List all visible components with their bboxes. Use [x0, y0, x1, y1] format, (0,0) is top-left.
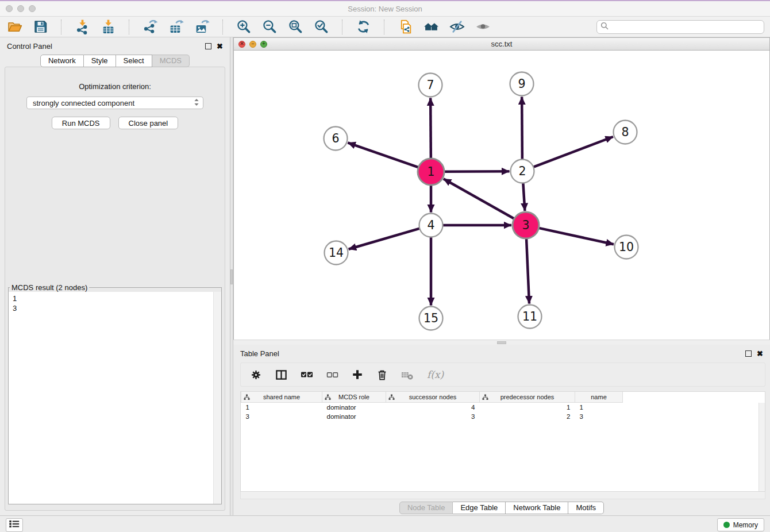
table-cell[interactable]: 1: [241, 403, 322, 413]
zoom-in-button[interactable]: [235, 18, 253, 36]
graph-edge-3-1[interactable]: [444, 179, 515, 219]
column-header-shared-name[interactable]: shared name: [241, 392, 322, 403]
table-cell[interactable]: 3: [241, 412, 322, 421]
tab-network[interactable]: Network: [40, 55, 84, 67]
add-column-button[interactable]: [352, 369, 363, 380]
column-header-successor-nodes[interactable]: successor nodes: [386, 392, 480, 403]
graph-node-11[interactable]: 11: [518, 305, 542, 329]
memory-button[interactable]: Memory: [717, 518, 764, 531]
save-session-button[interactable]: [32, 18, 49, 36]
minimize-window-button[interactable]: [17, 5, 24, 12]
column-header-filler: [623, 392, 765, 403]
graph-node-10[interactable]: 10: [615, 236, 638, 259]
column-header-mcds-role[interactable]: MCDS role: [322, 392, 386, 403]
zoom-fit-button[interactable]: [287, 18, 305, 36]
zoom-selected-button[interactable]: [313, 18, 330, 36]
graph-edge-1-7[interactable]: [430, 98, 431, 159]
graph-node-14[interactable]: 14: [325, 241, 348, 265]
graph-edge-2-8[interactable]: [533, 137, 613, 167]
table-cell[interactable]: 3: [575, 412, 623, 421]
close-table-panel-button[interactable]: ✖: [757, 350, 763, 357]
mcds-app-button[interactable]: [396, 18, 414, 36]
clear-all-checkboxes-button[interactable]: [326, 370, 338, 380]
export-image-button[interactable]: [193, 18, 211, 36]
home-button[interactable]: [422, 18, 440, 36]
table-row[interactable]: 3dominator323: [241, 412, 765, 421]
table-cell[interactable]: 3: [386, 412, 480, 421]
table-cell[interactable]: dominator: [322, 403, 386, 413]
float-table-panel-button[interactable]: [745, 350, 752, 357]
table-horizontal-scrollbar[interactable]: [240, 492, 765, 499]
graph-edge-4-14[interactable]: [349, 228, 421, 249]
graph-edge-2-3[interactable]: [523, 182, 525, 211]
graph-node-8[interactable]: 8: [614, 121, 637, 144]
select-all-checkboxes-button[interactable]: [301, 369, 313, 380]
splitter-grip[interactable]: [230, 269, 233, 284]
network-canvas[interactable]: 7968124314101511: [233, 51, 770, 340]
graph-node-9[interactable]: 9: [510, 72, 534, 96]
table-tab-network-table[interactable]: Network Table: [506, 502, 568, 514]
maximize-window-button[interactable]: [29, 5, 36, 12]
settings-gear-button[interactable]: [250, 369, 262, 381]
table-scrollbar[interactable]: [759, 403, 765, 491]
search-input[interactable]: [609, 21, 764, 33]
split-view-button[interactable]: [275, 369, 287, 381]
table-cell[interactable]: 2: [480, 412, 575, 421]
zoom-out-button[interactable]: [261, 18, 279, 36]
table-cell[interactable]: 4: [386, 403, 480, 413]
result-scrollbar[interactable]: [213, 292, 221, 504]
import-table-button[interactable]: [99, 18, 117, 36]
column-header-name[interactable]: name: [575, 392, 623, 403]
horizontal-splitter[interactable]: [233, 340, 770, 345]
close-panel-button[interactable]: ✖: [217, 43, 223, 50]
import-network-button[interactable]: [74, 18, 91, 36]
search-box[interactable]: [596, 20, 764, 34]
splitter-grip[interactable]: [497, 341, 506, 344]
float-panel-button[interactable]: [205, 43, 211, 49]
table-cell[interactable]: 1: [575, 403, 623, 413]
delete-selected-button[interactable]: [376, 369, 388, 381]
maximize-network-button[interactable]: +: [260, 41, 267, 48]
graph-node-1[interactable]: 1: [418, 159, 444, 185]
close-window-button[interactable]: [6, 5, 13, 12]
table-tab-edge-table[interactable]: Edge Table: [453, 502, 506, 514]
graph-node-7[interactable]: 7: [419, 74, 442, 97]
optimization-criterion-select[interactable]: strongly connected component: [26, 97, 203, 109]
graph-node-15[interactable]: 15: [419, 307, 443, 330]
graph-node-2[interactable]: 2: [511, 160, 534, 183]
column-label: name: [591, 394, 607, 400]
show-all-button[interactable]: [474, 18, 492, 36]
table-cell[interactable]: dominator: [322, 412, 386, 421]
export-table-button[interactable]: [167, 18, 185, 36]
refresh-button[interactable]: [355, 18, 372, 36]
task-history-button[interactable]: [6, 518, 23, 532]
table-tab-node-table[interactable]: Node Table: [399, 502, 453, 514]
graph-edge-1-6[interactable]: [348, 142, 419, 167]
optimization-criterion-label: Optimization criterion:: [5, 82, 225, 91]
minimize-network-button[interactable]: −: [249, 41, 256, 48]
tab-select[interactable]: Select: [116, 55, 152, 67]
mcds-result-list[interactable]: 13: [9, 292, 221, 504]
tab-mcds[interactable]: MCDS: [152, 55, 190, 67]
column-header-predecessor-nodes[interactable]: predecessor nodes: [480, 392, 575, 403]
export-network-button[interactable]: [141, 18, 159, 36]
network-graph[interactable]: 7968124314101511: [234, 51, 769, 340]
run-mcds-button[interactable]: Run MCDS: [52, 117, 110, 129]
graph-node-3[interactable]: 3: [513, 212, 539, 238]
table-tab-motifs[interactable]: Motifs: [568, 502, 604, 514]
graph-node-4[interactable]: 4: [419, 214, 443, 237]
graph-edge-1-2[interactable]: [444, 171, 510, 172]
graph-node-6[interactable]: 6: [324, 127, 348, 151]
graph-edge-3-10[interactable]: [538, 228, 614, 245]
open-session-button[interactable]: [6, 18, 24, 36]
table-row[interactable]: 1dominator411: [241, 403, 765, 413]
graph-edge-2-9[interactable]: [522, 97, 522, 160]
network-window-titlebar[interactable]: ✕ − + scc.txt: [233, 37, 770, 51]
table-cell[interactable]: 1: [480, 403, 575, 413]
close-panel-button-inline[interactable]: Close panel: [118, 117, 179, 129]
tab-style[interactable]: Style: [84, 55, 116, 67]
graph-edge-3-11[interactable]: [526, 238, 529, 304]
close-network-button[interactable]: ✕: [238, 41, 245, 48]
export-image-icon: [194, 19, 210, 34]
hide-selection-button[interactable]: [448, 18, 466, 36]
